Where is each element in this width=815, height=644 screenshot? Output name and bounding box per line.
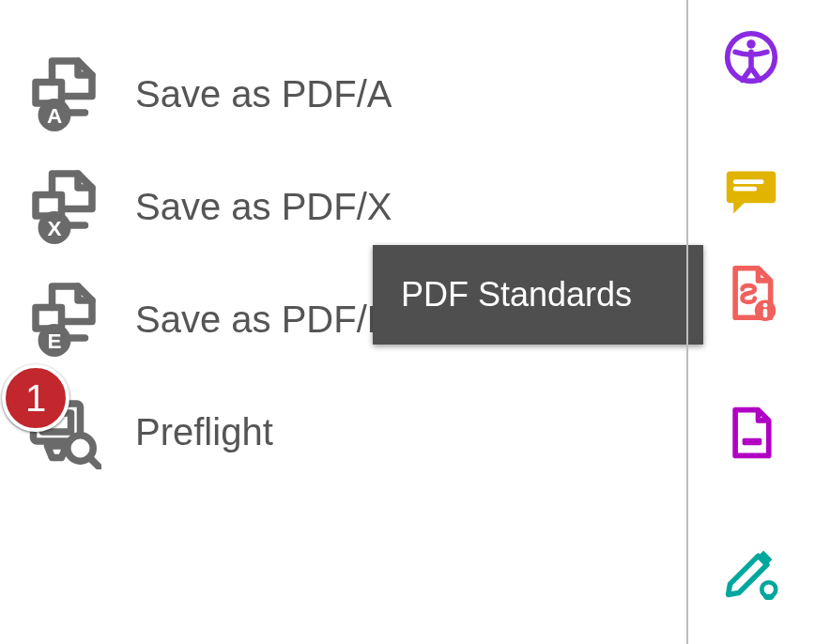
right-tool-rail (686, 0, 815, 644)
step-badge-1: 1 (2, 364, 69, 432)
comment-icon (723, 162, 779, 222)
rail-accessibility-button[interactable] (686, 8, 815, 111)
tooltip-pdf-standards: PDF Standards (373, 245, 703, 345)
tool-label: Save as PDF/A (135, 73, 392, 115)
tool-label: Preflight (135, 411, 273, 453)
tool-preflight[interactable]: Preflight (26, 376, 702, 488)
rail-pdf-standards-button[interactable] (686, 246, 815, 344)
canvas: A Save as PDF/A X Save as PDF/X (0, 0, 815, 644)
rail-organize-pages-button[interactable] (686, 383, 815, 486)
export-pdf-a-icon: A (26, 56, 101, 131)
fill-and-sign-icon (723, 544, 779, 604)
svg-point-7 (746, 39, 755, 48)
export-pdf-e-icon: E (26, 282, 101, 357)
glyph-e: E (47, 330, 61, 353)
pdf-standards-icon (723, 265, 779, 325)
accessibility-icon (723, 29, 779, 89)
glyph-x: X (47, 217, 61, 240)
svg-point-9 (762, 303, 767, 308)
svg-rect-10 (762, 309, 767, 317)
svg-point-12 (761, 582, 776, 596)
rail-comment-button[interactable] (686, 141, 815, 244)
step-badge-number: 1 (25, 377, 46, 420)
tooltip-label: PDF Standards (401, 275, 632, 314)
tool-label: Save as PDF/X (135, 186, 392, 228)
rail-fill-and-sign-button[interactable] (686, 522, 815, 625)
tool-label: Save as PDF/E (135, 299, 392, 341)
glyph-a: A (47, 104, 62, 128)
tool-save-as-pdf-a[interactable]: A Save as PDF/A (26, 38, 702, 150)
organize-pages-icon (723, 405, 779, 465)
svg-rect-11 (742, 438, 761, 446)
export-pdf-x-icon: X (26, 169, 101, 244)
